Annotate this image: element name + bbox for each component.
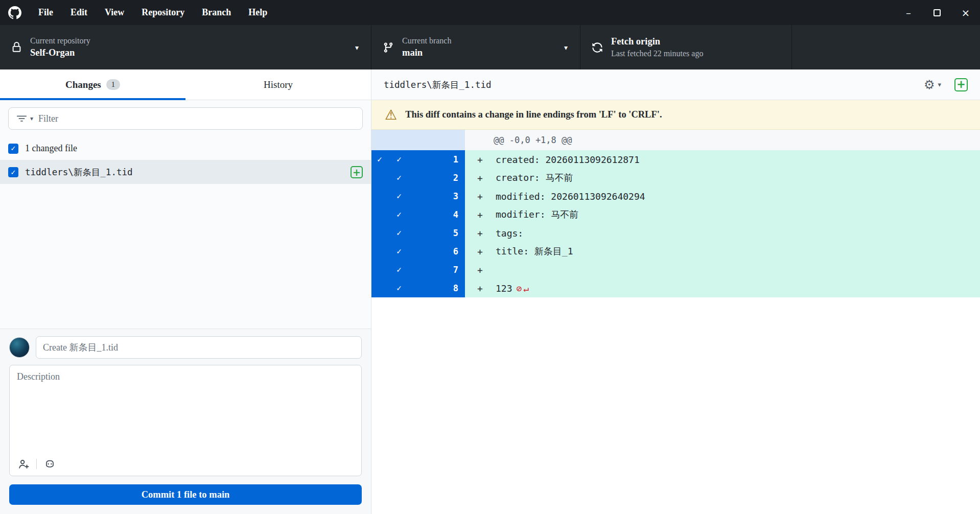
select-all-checkbox[interactable]: ✓: [8, 144, 18, 154]
diff-sign: +: [465, 209, 496, 220]
changed-file-name: tiddlers\新条目_1.tid: [25, 166, 344, 178]
current-repository-button[interactable]: Current repository Self-Organ ▾: [0, 25, 371, 69]
line-number: 1: [410, 150, 465, 169]
lock-icon: [11, 42, 22, 53]
commit-summary-input[interactable]: [36, 336, 362, 359]
sidebar-empty-space: [0, 184, 371, 329]
fetch-origin-button[interactable]: Fetch origin Last fetched 22 minutes ago: [580, 25, 792, 69]
diff-options-button[interactable]: ⚙ ▾: [924, 79, 941, 91]
line-content: +modifier: 马不前: [465, 205, 980, 224]
filter-options-button[interactable]: ▾: [15, 114, 38, 124]
diff-added-line: ✓ 8 +123⊘↵: [371, 279, 980, 297]
filter-input[interactable]: [38, 113, 356, 124]
commit-description-input[interactable]: [10, 365, 361, 452]
hunk-header-row: @@ -0,0 +1,8 @@: [371, 130, 980, 150]
sidebar-tabs: Changes 1 History: [0, 69, 371, 100]
hunk-select-check-icon: [371, 205, 388, 224]
line-content: +created: 20260113092612871: [465, 150, 980, 169]
diff-sign: +: [465, 191, 496, 202]
diff-sign: +: [465, 283, 496, 294]
tab-history[interactable]: History: [185, 69, 371, 100]
tab-changes[interactable]: Changes 1: [0, 69, 185, 100]
commit-form: Commit 1 file to main: [0, 329, 371, 514]
current-branch-button[interactable]: Current branch main ▾: [371, 25, 580, 69]
hunk-select-check-icon: [371, 261, 388, 279]
repository-label: Current repository: [30, 36, 90, 45]
line-ending-marker-icon: ⊘↵: [517, 283, 531, 294]
line-text: modified: 20260113092640294: [496, 191, 645, 202]
line-content: +modified: 20260113092640294: [465, 187, 980, 205]
add-coauthor-button[interactable]: [15, 456, 32, 472]
line-number: 3: [410, 187, 465, 205]
line-selection-gutter[interactable]: ✓ 7: [371, 261, 465, 279]
changed-files-summary-row: ✓ 1 changed file: [0, 137, 371, 160]
changes-sidebar: Changes 1 History ▾ ✓ 1 changed file ✓ t…: [0, 69, 371, 514]
line-text: 123: [496, 283, 512, 294]
menu-edit[interactable]: Edit: [62, 0, 96, 25]
changed-files-label: 1 changed file: [25, 143, 77, 154]
file-include-checkbox[interactable]: ✓: [8, 167, 18, 177]
minimize-button[interactable]: –: [894, 0, 923, 25]
branch-label: Current branch: [402, 36, 451, 45]
toolbar: Current repository Self-Organ ▾ Current …: [0, 25, 980, 69]
diff-header: tiddlers\新条目_1.tid ⚙ ▾ +: [371, 69, 980, 100]
copilot-button[interactable]: [41, 456, 58, 472]
menu-branch[interactable]: Branch: [193, 0, 240, 25]
chevron-down-icon: ▾: [355, 43, 359, 52]
toolbar-empty-space: [792, 25, 980, 69]
line-text: modifier: 马不前: [496, 208, 578, 221]
commit-button[interactable]: Commit 1 file to main: [9, 484, 362, 505]
hunk-select-check-icon: [371, 169, 388, 187]
diff-added-line: ✓ ✓ 1 +created: 20260113092612871: [371, 150, 980, 169]
window-controls: – ×: [894, 0, 980, 25]
line-selection-gutter[interactable]: ✓ ✓ 1: [371, 150, 465, 169]
line-selection-gutter[interactable]: ✓ 4: [371, 205, 465, 224]
changed-file-row[interactable]: ✓ tiddlers\新条目_1.tid +: [0, 160, 371, 184]
line-select-check-icon: ✓: [388, 279, 410, 297]
line-selection-gutter[interactable]: ✓ 5: [371, 224, 465, 242]
close-button[interactable]: ×: [951, 0, 980, 25]
hunk-gutter: [371, 130, 465, 150]
add-coauthor-icon: [18, 459, 29, 470]
tab-history-label: History: [264, 79, 293, 90]
fetch-label: Fetch origin: [611, 36, 703, 47]
menu-view[interactable]: View: [96, 0, 133, 25]
hunk-select-check-icon: ✓: [371, 150, 388, 169]
menu-file[interactable]: File: [30, 0, 62, 25]
line-select-check-icon: ✓: [388, 187, 410, 205]
filter-row: ▾: [0, 100, 371, 137]
line-endings-warning-banner: ⚠ This diff contains a change in line en…: [371, 100, 980, 130]
chevron-down-icon: ▾: [938, 81, 941, 88]
line-selection-gutter[interactable]: ✓ 3: [371, 187, 465, 205]
menu-help[interactable]: Help: [240, 0, 276, 25]
branch-name: main: [402, 48, 451, 58]
line-content: +: [465, 261, 980, 279]
diff-body: @@ -0,0 +1,8 @@ ✓ ✓ 1 +created: 20260113…: [371, 130, 980, 514]
line-content: +creator: 马不前: [465, 169, 980, 187]
diff-added-line: ✓ 5 +tags:: [371, 224, 980, 242]
line-selection-gutter[interactable]: ✓ 8: [371, 279, 465, 297]
line-select-check-icon: ✓: [388, 242, 410, 261]
sync-icon: [592, 42, 603, 53]
line-selection-gutter[interactable]: ✓ 2: [371, 169, 465, 187]
filter-box: ▾: [8, 107, 363, 130]
diff-sign: +: [465, 228, 496, 239]
line-number: 5: [410, 224, 465, 242]
line-selection-gutter[interactable]: ✓ 6: [371, 242, 465, 261]
maximize-button[interactable]: [923, 0, 951, 25]
diff-sign: +: [465, 265, 496, 275]
diff-added-line: ✓ 6 +title: 新条目_1: [371, 242, 980, 261]
line-text: tags:: [496, 228, 523, 239]
warning-icon: ⚠: [385, 108, 397, 122]
line-select-check-icon: ✓: [388, 169, 410, 187]
warning-text: This diff contains a change in line endi…: [405, 109, 662, 120]
diff-added-line: ✓ 2 +creator: 马不前: [371, 169, 980, 187]
diff-file-path: tiddlers\新条目_1.tid: [384, 79, 924, 91]
diff-sign: +: [465, 246, 496, 257]
menu-repository[interactable]: Repository: [133, 0, 193, 25]
line-content: +123⊘↵: [465, 279, 980, 297]
hunk-header-text: @@ -0,0 +1,8 @@: [465, 130, 980, 150]
file-added-status-icon: +: [954, 78, 968, 91]
divider: [36, 459, 37, 469]
line-number: 6: [410, 242, 465, 261]
